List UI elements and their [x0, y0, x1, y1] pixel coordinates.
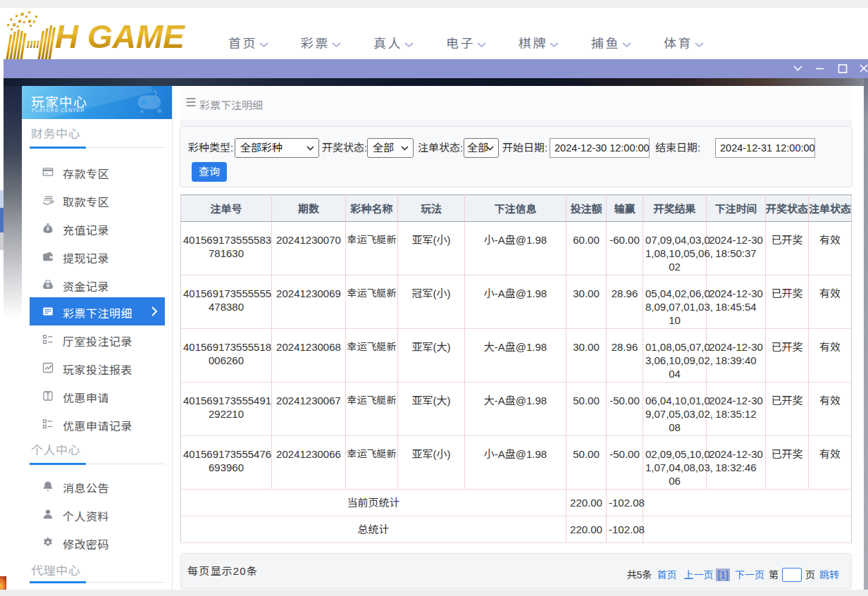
svg-text:H GAME: H GAME — [55, 18, 185, 55]
